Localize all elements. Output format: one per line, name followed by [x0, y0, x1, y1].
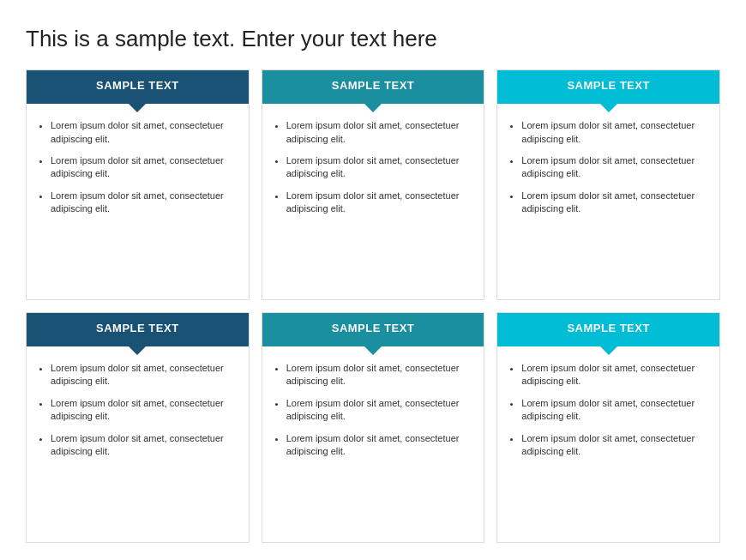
card-6-header: SAMPLE TEXT: [497, 313, 719, 346]
card-3-header: SAMPLE TEXT: [497, 70, 719, 104]
card-2-item-1: Lorem ipsum dolor sit amet, consectetuer…: [286, 119, 474, 146]
card-3-item-1: Lorem ipsum dolor sit amet, consectetuer…: [521, 119, 709, 146]
page-container: This is a sample text. Enter your text h…: [0, 0, 746, 560]
card-2-item-2: Lorem ipsum dolor sit amet, consectetuer…: [286, 154, 474, 181]
card-4-item-2: Lorem ipsum dolor sit amet, consectetuer…: [51, 397, 238, 424]
card-3-item-3: Lorem ipsum dolor sit amet, consectetuer…: [521, 190, 709, 216]
card-5-item-3: Lorem ipsum dolor sit amet, consectetuer…: [286, 432, 474, 459]
card-5-header: SAMPLE TEXT: [262, 313, 484, 346]
card-2-arrow: [364, 104, 382, 112]
card-6-header-title: SAMPLE TEXT: [567, 322, 650, 334]
card-1-item-3: Lorem ipsum dolor sit amet, consectetuer…: [51, 190, 238, 216]
card-1-body: Lorem ipsum dolor sit amet, consectetuer…: [27, 104, 249, 299]
card-6-body: Lorem ipsum dolor sit amet, consectetuer…: [497, 346, 719, 542]
card-3-body: Lorem ipsum dolor sit amet, consectetuer…: [497, 104, 719, 299]
card-1-header-title: SAMPLE TEXT: [96, 79, 179, 92]
card-6-item-2: Lorem ipsum dolor sit amet, consectetuer…: [521, 397, 709, 424]
card-1-arrow: [129, 104, 146, 112]
page-title: This is a sample text. Enter your text h…: [26, 26, 720, 52]
card-1-item-2: Lorem ipsum dolor sit amet, consectetuer…: [51, 154, 238, 181]
card-4-header: SAMPLE TEXT: [27, 313, 249, 346]
card-3-arrow: [600, 104, 617, 112]
card-5-item-1: Lorem ipsum dolor sit amet, consectetuer…: [286, 362, 474, 388]
card-4-header-title: SAMPLE TEXT: [96, 322, 179, 334]
card-5-item-2: Lorem ipsum dolor sit amet, consectetuer…: [286, 397, 474, 424]
card-2-body: Lorem ipsum dolor sit amet, consectetuer…: [262, 104, 484, 299]
card-3: SAMPLE TEXTLorem ipsum dolor sit amet, c…: [496, 69, 720, 300]
card-3-item-2: Lorem ipsum dolor sit amet, consectetuer…: [521, 154, 709, 181]
card-2-header-title: SAMPLE TEXT: [332, 79, 415, 92]
card-1-item-1: Lorem ipsum dolor sit amet, consectetuer…: [51, 119, 238, 146]
card-4: SAMPLE TEXTLorem ipsum dolor sit amet, c…: [26, 312, 250, 543]
card-3-header-title: SAMPLE TEXT: [567, 79, 650, 92]
card-5: SAMPLE TEXTLorem ipsum dolor sit amet, c…: [262, 312, 485, 543]
card-1-header: SAMPLE TEXT: [27, 70, 249, 104]
card-4-arrow: [129, 346, 146, 355]
card-6: SAMPLE TEXTLorem ipsum dolor sit amet, c…: [496, 312, 720, 543]
card-4-item-1: Lorem ipsum dolor sit amet, consectetuer…: [51, 362, 238, 388]
card-6-item-3: Lorem ipsum dolor sit amet, consectetuer…: [521, 432, 709, 459]
card-5-body: Lorem ipsum dolor sit amet, consectetuer…: [262, 346, 484, 542]
card-1: SAMPLE TEXTLorem ipsum dolor sit amet, c…: [26, 69, 250, 300]
card-4-body: Lorem ipsum dolor sit amet, consectetuer…: [27, 346, 249, 542]
card-2: SAMPLE TEXTLorem ipsum dolor sit amet, c…: [262, 69, 485, 300]
card-5-header-title: SAMPLE TEXT: [332, 322, 415, 334]
card-5-arrow: [364, 346, 382, 355]
card-4-item-3: Lorem ipsum dolor sit amet, consectetuer…: [51, 432, 238, 459]
card-2-item-3: Lorem ipsum dolor sit amet, consectetuer…: [286, 190, 474, 216]
card-2-header: SAMPLE TEXT: [262, 70, 484, 104]
card-grid: SAMPLE TEXTLorem ipsum dolor sit amet, c…: [26, 69, 720, 543]
card-6-arrow: [600, 346, 617, 355]
card-6-item-1: Lorem ipsum dolor sit amet, consectetuer…: [521, 362, 709, 388]
